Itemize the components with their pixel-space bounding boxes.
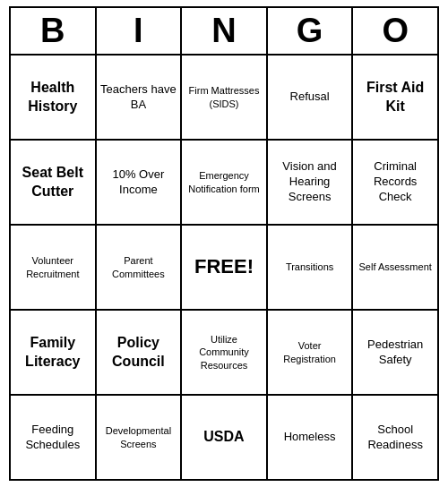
bingo-cell-4-4: School Readiness bbox=[353, 396, 437, 479]
bingo-cell-4-3: Homeless bbox=[268, 396, 354, 479]
bingo-row-4: Feeding SchedulesDevelopmental ScreensUS… bbox=[11, 396, 437, 479]
bingo-cell-2-4: Self Assessment bbox=[353, 226, 437, 309]
bingo-cell-3-2: Utilize Community Resources bbox=[182, 311, 268, 394]
header-letter-b: B bbox=[11, 8, 97, 54]
bingo-cell-3-1: Policy Council bbox=[97, 311, 183, 394]
bingo-cell-1-4: Criminal Records Check bbox=[353, 141, 437, 224]
bingo-grid: Health HistoryTeachers have BAFirm Mattr… bbox=[11, 56, 437, 479]
bingo-row-3: Family LiteracyPolicy CouncilUtilize Com… bbox=[11, 311, 437, 396]
bingo-cell-2-3: Transitions bbox=[268, 226, 354, 309]
bingo-cell-4-2: USDA bbox=[182, 396, 268, 479]
bingo-cell-3-0: Family Literacy bbox=[11, 311, 97, 394]
bingo-cell-0-1: Teachers have BA bbox=[97, 56, 183, 139]
bingo-cell-1-1: 10% Over Income bbox=[97, 141, 183, 224]
bingo-cell-1-3: Vision and Hearing Screens bbox=[268, 141, 354, 224]
bingo-cell-4-0: Feeding Schedules bbox=[11, 396, 97, 479]
bingo-cell-0-2: Firm Mattresses (SIDS) bbox=[182, 56, 268, 139]
bingo-cell-1-0: Seat Belt Cutter bbox=[11, 141, 97, 224]
header-letter-g: G bbox=[268, 8, 354, 54]
bingo-cell-0-3: Refusal bbox=[268, 56, 354, 139]
bingo-cell-0-0: Health History bbox=[11, 56, 97, 139]
header-letter-o: O bbox=[353, 8, 437, 54]
bingo-cell-2-1: Parent Committees bbox=[97, 226, 183, 309]
bingo-cell-2-0: Volunteer Recruitment bbox=[11, 226, 97, 309]
bingo-cell-3-3: Voter Registration bbox=[268, 311, 354, 394]
bingo-header: BINGO bbox=[11, 8, 437, 56]
bingo-row-1: Seat Belt Cutter10% Over IncomeEmergency… bbox=[11, 141, 437, 226]
bingo-cell-4-1: Developmental Screens bbox=[97, 396, 183, 479]
bingo-cell-1-2: Emergency Notification form bbox=[182, 141, 268, 224]
bingo-row-0: Health HistoryTeachers have BAFirm Mattr… bbox=[11, 56, 437, 141]
header-letter-i: I bbox=[97, 8, 183, 54]
header-letter-n: N bbox=[182, 8, 268, 54]
bingo-cell-3-4: Pedestrian Safety bbox=[353, 311, 437, 394]
bingo-cell-0-4: First Aid Kit bbox=[353, 56, 437, 139]
bingo-cell-2-2: FREE! bbox=[182, 226, 268, 309]
bingo-row-2: Volunteer RecruitmentParent CommitteesFR… bbox=[11, 226, 437, 311]
bingo-card: BINGO Health HistoryTeachers have BAFirm… bbox=[9, 6, 439, 481]
